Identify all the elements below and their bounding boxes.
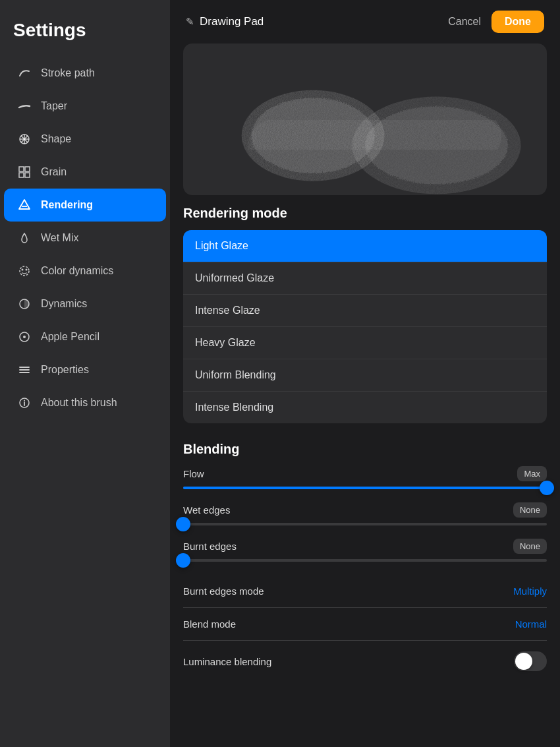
taper-icon bbox=[17, 99, 32, 113]
burnt-edges-label-row: Burnt edges None bbox=[183, 539, 547, 554]
cancel-button[interactable]: Cancel bbox=[448, 16, 481, 28]
color-dynamics-icon bbox=[17, 264, 32, 278]
content-area: Rendering mode Light Glaze Uniformed Gla… bbox=[170, 206, 560, 702]
sidebar-item-label-color-dynamics: Color dynamics bbox=[41, 265, 113, 277]
wet-edges-label-row: Wet edges None bbox=[183, 502, 547, 518]
properties-icon bbox=[17, 363, 32, 377]
flow-thumb[interactable] bbox=[540, 481, 554, 495]
rendering-icon bbox=[17, 198, 32, 212]
rendering-mode-title: Rendering mode bbox=[183, 206, 547, 221]
svg-point-22 bbox=[24, 400, 25, 402]
grain-icon bbox=[17, 165, 32, 179]
sidebar-title: Settings bbox=[0, 13, 170, 57]
burnt-edges-slider-row: Burnt edges None bbox=[183, 539, 547, 562]
sidebar-item-label-about: About this brush bbox=[41, 397, 117, 409]
svg-rect-7 bbox=[19, 173, 24, 177]
luminance-blending-label: Luminance blending bbox=[183, 656, 271, 667]
rendering-mode-list: Light Glaze Uniformed Glaze Intense Glaz… bbox=[183, 230, 547, 423]
sidebar-item-about[interactable]: About this brush bbox=[4, 386, 166, 419]
svg-point-16 bbox=[23, 336, 26, 338]
burnt-edges-value: None bbox=[513, 539, 547, 554]
about-icon bbox=[17, 396, 32, 410]
luminance-blending-row: Luminance blending bbox=[183, 641, 547, 682]
flow-label-row: Flow Max bbox=[183, 466, 547, 481]
flow-slider-row: Flow Max bbox=[183, 466, 547, 489]
mode-item-heavy-glaze[interactable]: Heavy Glaze bbox=[183, 327, 547, 359]
burnt-edges-thumb[interactable] bbox=[176, 553, 190, 568]
wet-edges-slider-row: Wet edges None bbox=[183, 502, 547, 525]
wet-mix-icon bbox=[17, 231, 32, 245]
sidebar-item-dynamics[interactable]: Dynamics bbox=[4, 287, 166, 320]
sidebar-item-taper[interactable]: Taper bbox=[4, 90, 166, 123]
done-button[interactable]: Done bbox=[491, 11, 544, 33]
sidebar-item-stroke-path[interactable]: Stroke path bbox=[4, 57, 166, 90]
mode-item-intense-blending[interactable]: Intense Blending bbox=[183, 392, 547, 423]
sidebar-item-label-wet-mix: Wet Mix bbox=[41, 232, 78, 244]
wet-edges-label: Wet edges bbox=[183, 504, 230, 516]
sidebar-item-shape[interactable]: Shape bbox=[4, 123, 166, 156]
flow-fill bbox=[183, 487, 547, 489]
sidebar-item-label-stroke-path: Stroke path bbox=[41, 67, 95, 79]
svg-point-13 bbox=[26, 269, 28, 271]
sidebar-item-label-rendering: Rendering bbox=[41, 199, 93, 211]
sidebar-item-apple-pencil[interactable]: Apple Pencil bbox=[4, 320, 166, 353]
burnt-edges-mode-label: Burnt edges mode bbox=[183, 585, 264, 597]
sidebar-item-label-apple-pencil: Apple Pencil bbox=[41, 331, 99, 343]
wet-edges-value: None bbox=[513, 502, 547, 518]
stroke-path-icon bbox=[17, 66, 32, 80]
sidebar-item-label-taper: Taper bbox=[41, 100, 67, 112]
svg-rect-5 bbox=[19, 167, 24, 171]
svg-rect-8 bbox=[25, 173, 30, 177]
sidebar-item-label-dynamics: Dynamics bbox=[41, 298, 87, 310]
burnt-edges-mode-value: Multiply bbox=[513, 585, 547, 597]
svg-rect-6 bbox=[25, 167, 30, 171]
apple-pencil-icon bbox=[17, 330, 32, 344]
header-left: ✎ Drawing Pad bbox=[186, 15, 264, 28]
sidebar-item-label-shape: Shape bbox=[41, 133, 71, 145]
svg-point-12 bbox=[22, 269, 24, 271]
sidebar-item-label-grain: Grain bbox=[41, 166, 67, 178]
main-content: ✎ Drawing Pad Cancel Done bbox=[170, 0, 560, 747]
blend-mode-label: Blend mode bbox=[183, 618, 236, 630]
shape-icon bbox=[17, 132, 32, 146]
sidebar-item-label-properties: Properties bbox=[41, 364, 89, 376]
flow-track[interactable] bbox=[183, 487, 547, 489]
mode-item-uniform-blending[interactable]: Uniform Blending bbox=[183, 359, 547, 392]
toggle-knob bbox=[515, 653, 532, 670]
burnt-edges-label: Burnt edges bbox=[183, 541, 237, 552]
wet-edges-track[interactable] bbox=[183, 523, 547, 525]
edit-icon: ✎ bbox=[186, 16, 194, 28]
sidebar-item-color-dynamics[interactable]: Color dynamics bbox=[4, 254, 166, 287]
mode-item-intense-glaze[interactable]: Intense Glaze bbox=[183, 295, 547, 327]
blending-section: Blending Flow Max Wet edges None bbox=[183, 442, 547, 682]
svg-marker-9 bbox=[19, 200, 30, 209]
burnt-edges-track[interactable] bbox=[183, 559, 547, 562]
burnt-edges-mode-row[interactable]: Burnt edges mode Multiply bbox=[183, 575, 547, 608]
header-title: Drawing Pad bbox=[200, 15, 264, 28]
header: ✎ Drawing Pad Cancel Done bbox=[170, 0, 560, 44]
flow-label: Flow bbox=[183, 468, 204, 479]
mode-item-uniformed-glaze[interactable]: Uniformed Glaze bbox=[183, 262, 547, 295]
blend-mode-row[interactable]: Blend mode Normal bbox=[183, 608, 547, 641]
luminance-blending-toggle[interactable] bbox=[514, 651, 547, 671]
wet-edges-thumb[interactable] bbox=[176, 517, 190, 531]
flow-value: Max bbox=[517, 466, 547, 481]
sidebar-item-wet-mix[interactable]: Wet Mix bbox=[4, 222, 166, 254]
brush-preview bbox=[183, 44, 547, 195]
sidebar-item-properties[interactable]: Properties bbox=[4, 353, 166, 386]
header-actions: Cancel Done bbox=[448, 11, 544, 33]
sidebar: Settings Stroke path Taper Shape bbox=[0, 0, 170, 747]
mode-item-light-glaze[interactable]: Light Glaze bbox=[183, 230, 547, 262]
sidebar-item-rendering[interactable]: Rendering bbox=[4, 189, 166, 222]
svg-point-11 bbox=[20, 266, 29, 276]
dynamics-icon bbox=[17, 297, 32, 311]
sidebar-item-grain[interactable]: Grain bbox=[4, 156, 166, 189]
blending-title: Blending bbox=[183, 442, 547, 457]
blend-mode-value: Normal bbox=[515, 618, 547, 630]
